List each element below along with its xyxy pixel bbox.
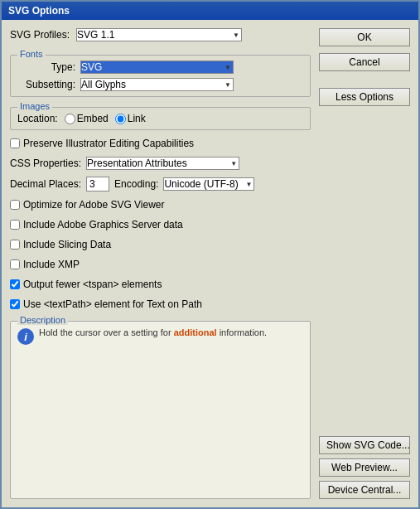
description-title: Description bbox=[17, 315, 68, 325]
description-group: Description i Hold the cursor over a set… bbox=[10, 321, 311, 499]
cb5-checkbox[interactable] bbox=[10, 279, 20, 289]
cb3-label: Include Slicing Data bbox=[23, 239, 111, 250]
cb2-label: Include Adobe Graphics Server data bbox=[23, 219, 183, 230]
font-subsetting-label: Subsetting: bbox=[17, 79, 75, 90]
cb5-label: Output fewer <tspan> elements bbox=[23, 279, 162, 290]
decimal-encoding-row: Decimal Places: Encoding: Unicode (UTF-8… bbox=[10, 177, 311, 191]
dialog-title: SVG Options bbox=[8, 5, 70, 17]
preserve-editing-label: Preserve Illustrator Editing Capabilitie… bbox=[23, 138, 194, 149]
css-properties-row: CSS Properties: Presentation Attributes … bbox=[10, 157, 311, 170]
cb3-checkbox[interactable] bbox=[10, 240, 20, 250]
cb6-row: Use <textPath> element for Text on Path bbox=[10, 298, 311, 310]
images-location-row: Location: Embed Link bbox=[17, 113, 303, 124]
css-properties-wrapper: Presentation Attributes Style Attributes… bbox=[86, 157, 239, 170]
svg-profiles-wrapper: SVG 1.1 SVG 1.0 SVG Basic SVG Tiny bbox=[76, 28, 242, 41]
cb2-row: Include Adobe Graphics Server data bbox=[10, 219, 311, 230]
font-type-row: Type: SVG Convert to outlines SVG - opti… bbox=[17, 61, 303, 74]
right-panel: OK Cancel Less Options Show SVG Code... … bbox=[319, 28, 410, 499]
decimal-places-input[interactable] bbox=[86, 177, 109, 191]
title-bar: SVG Options bbox=[2, 2, 418, 20]
encoding-label: Encoding: bbox=[114, 178, 158, 190]
cb1-checkbox[interactable] bbox=[10, 200, 20, 210]
cb2-checkbox[interactable] bbox=[10, 220, 20, 230]
cb1-row: Optimize for Adobe SVG Viewer bbox=[10, 199, 311, 211]
embed-radio[interactable] bbox=[65, 114, 75, 124]
decimal-places-label: Decimal Places: bbox=[10, 178, 81, 190]
font-subsetting-select[interactable]: All Glyphs Only Glyphs Used Common Engli… bbox=[80, 78, 234, 91]
fonts-group-title: Fonts bbox=[17, 49, 46, 59]
show-svg-code-button[interactable]: Show SVG Code... bbox=[319, 436, 410, 454]
embed-label[interactable]: Embed bbox=[65, 113, 109, 124]
cb6-checkbox[interactable] bbox=[10, 299, 20, 309]
font-subsetting-row: Subsetting: All Glyphs Only Glyphs Used … bbox=[17, 78, 303, 91]
images-group: Images Location: Embed Link bbox=[10, 107, 311, 130]
cb3-row: Include Slicing Data bbox=[10, 239, 311, 250]
less-options-button[interactable]: Less Options bbox=[319, 88, 410, 106]
svg-profiles-label: SVG Profiles: bbox=[10, 29, 70, 41]
font-type-wrapper: SVG Convert to outlines SVG - optional bbox=[80, 61, 234, 74]
cancel-button[interactable]: Cancel bbox=[319, 53, 410, 71]
ok-button[interactable]: OK bbox=[319, 28, 410, 46]
fonts-group: Fonts Type: SVG Convert to outlines SVG … bbox=[10, 55, 311, 97]
link-text: Link bbox=[128, 113, 146, 124]
cb4-row: Include XMP bbox=[10, 259, 311, 270]
images-group-title: Images bbox=[17, 101, 52, 111]
left-panel: SVG Profiles: SVG 1.1 SVG 1.0 SVG Basic … bbox=[10, 28, 311, 499]
svg-profiles-select[interactable]: SVG 1.1 SVG 1.0 SVG Basic SVG Tiny bbox=[76, 28, 242, 41]
description-text: Hold the cursor over a setting for addit… bbox=[39, 327, 267, 339]
link-label[interactable]: Link bbox=[115, 113, 146, 124]
device-central-button[interactable]: Device Central... bbox=[319, 481, 410, 499]
font-type-select[interactable]: SVG Convert to outlines SVG - optional bbox=[80, 61, 234, 74]
cb5-row: Output fewer <tspan> elements bbox=[10, 279, 311, 290]
css-properties-select[interactable]: Presentation Attributes Style Attributes… bbox=[86, 157, 239, 170]
info-icon: i bbox=[17, 328, 34, 345]
encoding-select[interactable]: Unicode (UTF-8) ISO-8859-1 UTF-16 bbox=[163, 177, 254, 191]
cb4-checkbox[interactable] bbox=[10, 259, 20, 269]
encoding-wrapper: Unicode (UTF-8) ISO-8859-1 UTF-16 bbox=[163, 177, 254, 191]
css-properties-label: CSS Properties: bbox=[10, 158, 81, 169]
bottom-buttons: Show SVG Code... Web Preview... Device C… bbox=[319, 436, 410, 499]
svg-profiles-row: SVG Profiles: SVG 1.1 SVG 1.0 SVG Basic … bbox=[10, 28, 311, 41]
font-type-label: Type: bbox=[17, 61, 75, 73]
font-subsetting-wrapper: All Glyphs Only Glyphs Used Common Engli… bbox=[80, 78, 234, 91]
cb1-label: Optimize for Adobe SVG Viewer bbox=[23, 199, 165, 211]
embed-text: Embed bbox=[77, 113, 109, 124]
cb4-label: Include XMP bbox=[23, 259, 80, 270]
svg-options-dialog: SVG Options SVG Profiles: SVG 1.1 SVG 1.… bbox=[0, 0, 420, 509]
preserve-editing-checkbox[interactable] bbox=[10, 138, 20, 148]
images-location-label: Location: bbox=[17, 113, 58, 124]
preserve-editing-row: Preserve Illustrator Editing Capabilitie… bbox=[10, 138, 311, 149]
cb6-label: Use <textPath> element for Text on Path bbox=[23, 298, 202, 310]
web-preview-button[interactable]: Web Preview... bbox=[319, 458, 410, 477]
link-radio[interactable] bbox=[115, 114, 126, 124]
